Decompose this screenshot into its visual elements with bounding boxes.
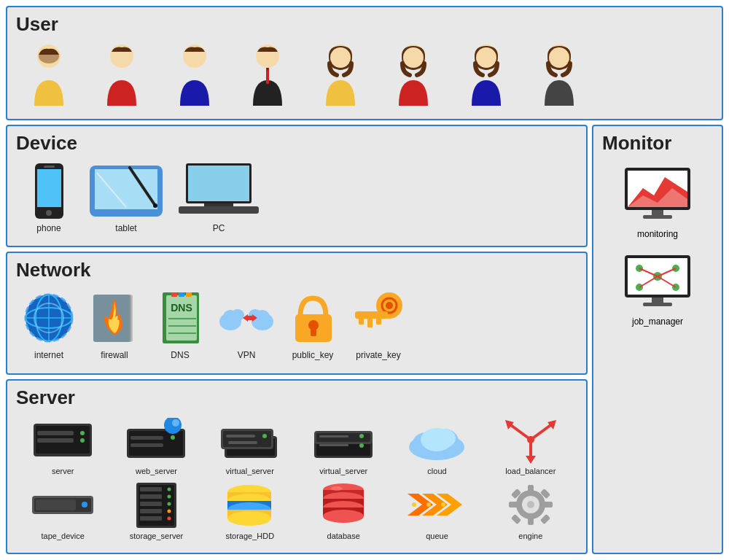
svg-point-164 [527,501,534,508]
svg-point-95 [171,435,175,440]
svg-point-117 [432,429,456,448]
svg-point-112 [359,443,364,448]
user-person-4 [242,40,293,109]
dns-label: DNS [171,350,189,360]
virtual-server-2-label: virtual_server [319,467,367,475]
svg-rect-127 [36,499,76,510]
user-person-5 [315,40,366,109]
svg-line-119 [509,424,531,440]
svg-point-23 [153,203,157,208]
tape-device-label: tape_device [42,532,85,540]
svg-point-139 [167,509,171,513]
svg-rect-166 [528,516,534,525]
svg-rect-131 [140,487,162,491]
private-key-label: private_key [356,350,400,360]
svg-point-17 [46,210,52,216]
user-section: User [6,6,723,120]
public-key-label: public_key [292,350,334,360]
svg-rect-102 [226,435,255,438]
network-public-key: public_key [280,286,346,363]
device-section: Device phone [6,125,588,248]
server-engine: engine [484,478,577,543]
server-cloud: cloud [390,413,483,478]
device-phone: phone [16,159,82,236]
main-grid: User [6,6,723,554]
monitor-items: monitoring [621,166,694,327]
svg-line-121 [531,424,553,440]
user-person-2 [96,40,147,109]
monitor-section: Monitor monitoring [592,125,723,555]
database-label: database [327,532,360,540]
svg-point-97 [172,419,179,427]
svg-point-137 [167,494,171,498]
storage-server-label: storage_server [130,532,183,540]
svg-point-8 [330,47,351,68]
user-title: User [16,13,713,36]
svg-rect-18 [44,166,55,168]
svg-point-12 [476,47,496,68]
device-title: Device [16,132,577,155]
svg-rect-64 [186,292,192,297]
user-icons-row [16,40,713,109]
svg-point-76 [308,320,319,330]
svg-rect-33 [652,210,663,216]
network-internet: internet [16,286,82,363]
svg-rect-81 [355,311,388,319]
svg-text:DNS: DNS [171,302,192,314]
svg-point-155 [331,486,343,491]
svg-rect-16 [37,169,61,207]
monitor-job-manager: job_manager [621,254,694,327]
server-virtual-server-2: virtual_server [297,413,390,478]
svg-rect-110 [319,444,348,446]
server-server: server [16,413,109,478]
svg-point-159 [412,502,416,507]
svg-point-70 [231,309,244,321]
monitor-monitoring: monitoring [621,166,694,239]
network-icons-row: internet firewall [16,286,577,363]
svg-point-161 [441,502,445,507]
server-web-server: web_server [109,413,203,478]
svg-rect-25 [188,166,249,201]
svg-rect-27 [179,206,259,214]
server-storage-hdd: storage_HDD [203,478,297,543]
load-balancer-label: load_balancer [505,467,555,475]
device-tablet: tablet [82,159,171,236]
svg-point-80 [386,302,393,309]
device-icons-row: phone tablet [16,159,577,236]
pc-label: PC [213,223,225,233]
svg-rect-63 [179,292,184,297]
server-title: Server [16,386,577,409]
svg-rect-132 [140,494,162,499]
phone-label: phone [36,223,61,233]
svg-point-89 [80,431,85,435]
user-person-1 [23,40,74,109]
vpn-label: VPN [238,350,256,360]
network-dns: DNS DNS [147,286,213,363]
svg-point-160 [426,502,431,507]
svg-point-14 [549,47,569,68]
svg-marker-124 [526,456,536,464]
server-queue: queue [390,478,483,543]
cloud-label: cloud [427,467,446,475]
svg-rect-20 [95,169,157,209]
svg-rect-103 [228,441,257,444]
server-grid: server web_server [16,413,577,543]
user-person-7 [461,40,512,109]
svg-rect-26 [204,203,233,206]
svg-rect-134 [140,509,162,513]
internet-label: internet [34,350,63,360]
server-section: Server server [6,379,588,555]
network-section: Network internet [6,252,588,375]
svg-rect-34 [643,215,672,219]
storage-hdd-label: storage_HDD [226,532,275,540]
svg-rect-168 [544,502,553,508]
svg-rect-109 [319,435,348,438]
server-database: database [297,478,390,543]
device-pc: PC [171,159,267,236]
engine-label: engine [518,532,542,540]
user-person-8 [534,40,585,109]
user-person-6 [388,40,439,109]
svg-rect-83 [367,319,373,327]
svg-rect-171 [511,513,521,524]
svg-point-147 [227,511,271,526]
